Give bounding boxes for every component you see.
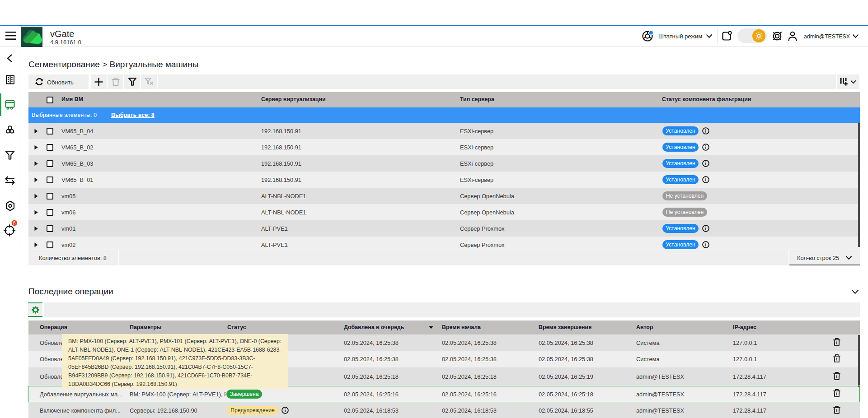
svg-text:β: β xyxy=(13,220,16,225)
